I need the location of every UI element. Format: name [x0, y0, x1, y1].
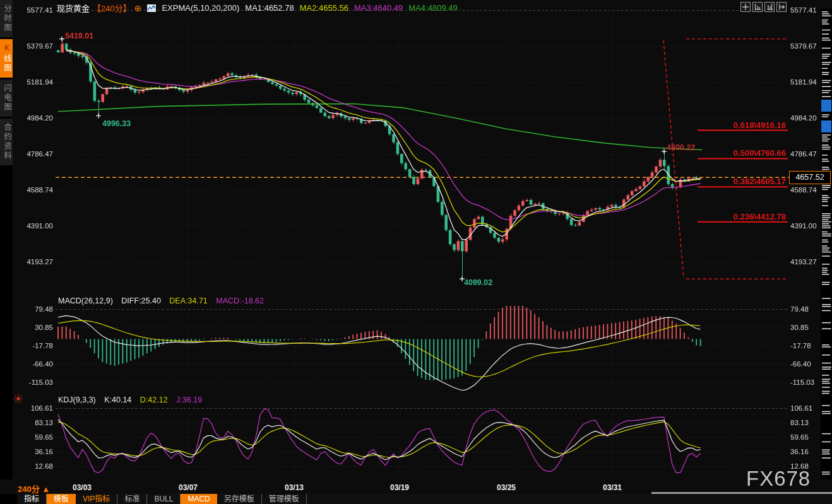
- price-axis-tick: 4786.47: [15, 150, 53, 158]
- price-axis-tick: 5577.41: [790, 6, 817, 14]
- kdj-axis-tick: 106.61: [790, 404, 812, 412]
- fib-level-label: 0.236\4412.78: [660, 212, 786, 221]
- price-axis-tick: 4391.00: [790, 222, 817, 230]
- toolbar-item-指标[interactable]: 指标: [17, 494, 47, 504]
- kdj-axis-tick: 36.16: [790, 448, 809, 455]
- toolbar-item-管理模板[interactable]: 管理模板: [262, 494, 307, 504]
- chart-toolbar-icons: [739, 2, 787, 12]
- macd-axis-tick: -66.40: [790, 360, 811, 368]
- ma4-value: MA4:4809.49: [408, 3, 457, 13]
- price-axis-tick: 5379.67: [15, 42, 53, 50]
- period-dropdown[interactable]: 240分 ▲: [18, 483, 50, 495]
- fib-level-label: 0.500\4760.66: [660, 148, 786, 158]
- fib-level-label: 0.382\4605.17: [660, 177, 786, 186]
- date-tick: 03/07: [179, 483, 198, 492]
- kdj-header: KDJ(9,3,3) K:40.14 D:42.12 J:36.19: [58, 396, 208, 404]
- symbol-name: 现货黄金: [57, 2, 90, 14]
- macd-axis-tick: -115.03: [15, 378, 53, 386]
- kdj-axis-tick: 59.65: [790, 433, 809, 441]
- ma1-value: MA1:4652.78: [245, 3, 294, 13]
- low-label-2: 4099.02: [464, 278, 492, 287]
- macd-axis-tick: -17.78: [790, 342, 811, 349]
- price-axis-tick: 4786.47: [790, 150, 817, 158]
- sidebar-item-kline-chart[interactable]: K线图: [0, 39, 13, 78]
- date-tick: 03/25: [497, 483, 516, 492]
- toolbar-item-BULL[interactable]: BULL: [147, 494, 181, 504]
- period-selector[interactable]: 【240分】: [93, 2, 131, 14]
- kdj-axis-tick: 83.13: [790, 419, 809, 426]
- kdj-axis-tick: 59.65: [15, 433, 53, 441]
- kdj-k-value: K:40.14: [104, 396, 131, 404]
- macd-diff-value: DIFF:25.40: [121, 296, 161, 305]
- toolbar-item-标准[interactable]: 标准: [117, 494, 147, 504]
- macd-axis-tick: -115.03: [790, 378, 814, 386]
- price-axis-tick: 5181.94: [15, 78, 53, 86]
- expma-label: EXPMA(5,10,20,200): [162, 3, 239, 13]
- date-tick: 03/13: [285, 483, 304, 492]
- macd-macd-value: MACD:-18.62: [216, 296, 264, 305]
- price-axis-tick: 5577.41: [15, 6, 53, 14]
- price-axis-tick: 4588.74: [15, 186, 53, 194]
- fib-level-label: 0.618\4916.16: [660, 120, 786, 130]
- ma3-value: MA3:4640.49: [354, 3, 403, 13]
- horizontal-scrollbar[interactable]: [651, 492, 832, 494]
- low-label-1: 4996.33: [102, 119, 131, 128]
- price-axis-tick: 4391.00: [15, 222, 53, 230]
- price-axis-tick: 4984.20: [15, 114, 53, 122]
- indicator-toolbar: 指标模板VIP指标标准BULLMACD另存模板管理模板: [0, 494, 832, 504]
- price-axis-tick: 4984.20: [790, 114, 817, 122]
- date-tick: 03/31: [603, 483, 622, 492]
- shift-right-icon[interactable]: [776, 2, 787, 12]
- kdj-j-value: J:36.19: [176, 396, 202, 404]
- chart-canvas[interactable]: [0, 0, 832, 504]
- sidebar-item-flash-chart[interactable]: 闪电图: [0, 79, 13, 117]
- macd-axis-tick: 30.85: [15, 324, 53, 331]
- toolbar-corner: [0, 494, 17, 504]
- toolbar-item-VIP指标[interactable]: VIP指标: [76, 494, 117, 504]
- add-overlay-icon[interactable]: ⊕: [134, 3, 142, 13]
- current-price-badge: 4657.52: [789, 171, 831, 184]
- kdj-d-value: D:42.12: [140, 396, 168, 404]
- sidebar-item-first-char: K: [3, 44, 11, 54]
- macd-header: MACD(26,12,9) DIFF:25.40 DEA:34.71 MACD:…: [58, 296, 270, 305]
- price-axis-tick: 4193.27: [15, 258, 53, 266]
- chart-type-sidebar: 分时图K线图闪电图合约资料: [0, 0, 13, 504]
- fx678-watermark: FX678: [746, 467, 811, 491]
- macd-dea-value: DEA:34.71: [169, 296, 207, 305]
- trading-app-window: 分时图K线图闪电图合约资料 现货黄金 【240分】 ⊕ EXPMA(5,10,2…: [0, 0, 832, 504]
- kdj-axis-tick: 83.13: [15, 419, 53, 426]
- macd-label[interactable]: MACD(26,12,9): [58, 296, 113, 305]
- macd-axis-tick: -17.78: [15, 342, 53, 349]
- axis-right-icon[interactable]: [764, 2, 775, 12]
- macd-axis-tick: 79.48: [15, 305, 53, 313]
- date-tick: 03/19: [390, 483, 409, 492]
- sidebar-item-time-chart[interactable]: 分时图: [0, 0, 13, 37]
- toolbar-item-另存模板[interactable]: 另存模板: [217, 494, 262, 504]
- price-axis-tick: 4588.74: [790, 186, 817, 194]
- date-tick: 03/03: [73, 483, 92, 492]
- macd-axis-tick: 79.48: [790, 305, 809, 313]
- toolbar-item-模板[interactable]: 模板: [47, 494, 76, 504]
- macd-axis-tick: 30.85: [790, 324, 809, 331]
- price-axis-tick: 5181.94: [790, 78, 817, 86]
- price-axis-tick: 5379.67: [790, 42, 817, 50]
- ma2-value: MA2:4655.56: [300, 3, 348, 13]
- kdj-axis-tick: 12.68: [15, 462, 53, 470]
- indicator-settings-icon[interactable]: [13, 394, 23, 406]
- pan-crosshair-icon[interactable]: [740, 2, 751, 12]
- toolbar-item-MACD[interactable]: MACD: [181, 494, 217, 504]
- high-label-1: 5419.01: [65, 32, 93, 40]
- macd-axis-tick: -66.40: [15, 360, 53, 368]
- price-axis-tick: 4193.27: [790, 258, 817, 266]
- axis-left-icon[interactable]: [752, 2, 763, 12]
- sidebar-item-contract-info[interactable]: 合约资料: [0, 119, 13, 165]
- kdj-label[interactable]: KDJ(9,3,3): [58, 396, 96, 404]
- kdj-axis-tick: 36.16: [15, 448, 53, 455]
- chart-style-icon[interactable]: [147, 4, 156, 12]
- instrument-header: 现货黄金 【240分】 ⊕ EXPMA(5,10,20,200) MA1:465…: [57, 2, 463, 14]
